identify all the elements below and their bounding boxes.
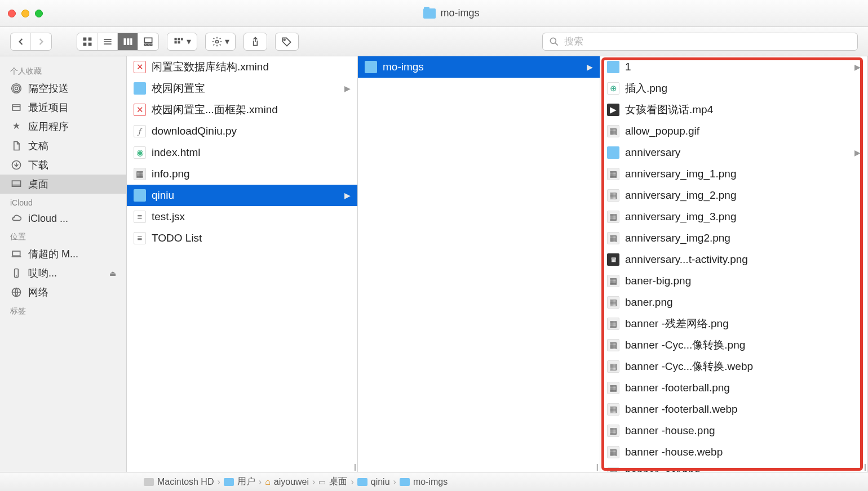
svg-rect-2 <box>83 42 86 46</box>
search-input[interactable] <box>564 36 852 47</box>
svg-rect-8 <box>127 38 129 45</box>
sidebar-item[interactable]: 最近项目 <box>0 98 126 117</box>
view-gallery-button[interactable] <box>138 33 158 50</box>
path-separator: › <box>351 477 353 487</box>
file-name: test.jsx <box>152 208 185 225</box>
file-row[interactable]: ▦banner -house.png <box>600 420 867 441</box>
file-row[interactable]: 1▶ <box>600 56 867 78</box>
sidebar-item[interactable]: 下载 <box>0 155 126 175</box>
apps-icon <box>10 120 23 133</box>
file-name: banner -残差网络.png <box>625 315 729 332</box>
sidebar-section-header: 标签 <box>0 302 126 319</box>
sidebar-item-label: 下载 <box>28 158 48 172</box>
file-name: banner -Cyc...像转换.png <box>625 337 745 354</box>
chevron-down-icon: ▾ <box>187 36 191 47</box>
file-row[interactable]: ▦anniversary_img2.png <box>600 227 867 249</box>
search-field[interactable] <box>542 33 858 51</box>
forward-button[interactable] <box>31 33 51 50</box>
minimize-window[interactable] <box>21 10 29 17</box>
svg-rect-26 <box>12 105 20 110</box>
sidebar-item[interactable]: 桌面 <box>0 175 126 194</box>
file-row[interactable]: ▦banner -Cyc...像转换.webp <box>600 356 867 377</box>
sidebar-item[interactable]: 文稿 <box>0 136 126 155</box>
tags-button[interactable] <box>275 33 299 51</box>
svg-rect-29 <box>12 181 21 186</box>
chevron-right-icon: ▶ <box>854 144 861 161</box>
file-row[interactable]: anniversary▶ <box>600 142 867 163</box>
maximize-window[interactable] <box>35 10 43 17</box>
view-icon-button[interactable] <box>77 33 98 50</box>
file-name: 插入.png <box>625 80 667 97</box>
file-row[interactable]: ▦banner -footerball.png <box>600 377 867 399</box>
file-row[interactable]: 𝑓downloadQiniu.py <box>127 120 357 142</box>
file-row[interactable]: ▦allow_popup.gif <box>600 120 867 142</box>
file-row[interactable]: ▦banner -house.webp <box>600 441 867 463</box>
path-node[interactable]: qiniu <box>357 477 390 487</box>
file-name: 校园闲置宝...面框架.xmind <box>152 101 278 118</box>
column-resize-handle[interactable]: || <box>596 463 597 471</box>
view-column-button[interactable] <box>118 33 138 50</box>
path-node[interactable]: ⌂aiyouwei <box>265 477 309 487</box>
file-row[interactable]: ▦banner -Cyc...像转换.png <box>600 334 867 356</box>
file-row[interactable]: ▦baner.png <box>600 292 867 313</box>
file-row[interactable]: ✕闲置宝数据库结构.xmind <box>127 56 357 78</box>
column-resize-handle[interactable]: || <box>864 463 865 471</box>
sidebar-item[interactable]: iCloud ... <box>0 209 126 227</box>
file-name: banner -house.png <box>625 422 715 439</box>
eject-icon[interactable]: ⏏ <box>109 269 116 278</box>
file-row[interactable]: ◉index.html <box>127 142 357 163</box>
sidebar-section-header: 个人收藏 <box>0 62 126 79</box>
back-button[interactable] <box>11 33 31 50</box>
svg-rect-10 <box>144 38 152 42</box>
file-row[interactable]: ▦banner -footerball.webp <box>600 399 867 420</box>
file-name: baner.png <box>625 294 673 311</box>
file-name: qiniu <box>152 187 174 204</box>
sidebar-item[interactable]: 网络 <box>0 283 126 302</box>
file-row[interactable]: ✕校园闲置宝...面框架.xmind <box>127 99 357 120</box>
file-row[interactable]: ≡test.jsx <box>127 206 357 227</box>
file-name: TODO List <box>152 230 202 247</box>
sidebar-item-label: 最近项目 <box>28 101 69 114</box>
file-row[interactable]: mo-imgs▶ <box>358 56 600 78</box>
sidebar-item[interactable]: 隔空投送 <box>0 79 126 98</box>
sidebar-item[interactable]: 哎哟...⏏ <box>0 264 126 283</box>
sidebar-item[interactable]: 应用程序 <box>0 117 126 136</box>
file-row[interactable]: ▦baner-big.png <box>600 270 867 292</box>
path-node[interactable]: 用户 <box>224 476 255 488</box>
file-row[interactable]: 校园闲置宝▶ <box>127 78 357 99</box>
file-name: baner-big.png <box>625 273 691 289</box>
svg-rect-11 <box>144 44 146 46</box>
chevron-right-icon: ▶ <box>587 59 593 75</box>
sidebar-item-label: 隔空投送 <box>28 82 69 95</box>
file-row[interactable]: ▦banner -残差网络.png <box>600 313 867 334</box>
file-row[interactable]: ▦anniversary_img_1.png <box>600 163 867 185</box>
path-label: mo-imgs <box>413 477 448 487</box>
file-row[interactable]: ⊕插入.png <box>600 78 867 99</box>
sidebar-section-header: 位置 <box>0 227 126 244</box>
file-row[interactable]: ▦anniversary_img_3.png <box>600 206 867 227</box>
close-window[interactable] <box>8 10 16 17</box>
file-row[interactable]: qiniu▶ <box>127 185 357 206</box>
file-row[interactable]: ▶女孩看图说话.mp4 <box>600 99 867 120</box>
file-row[interactable]: ▩anniversary...t-activity.png <box>600 249 867 270</box>
sidebar-item[interactable]: 倩超的 M... <box>0 244 126 264</box>
arrange-button[interactable]: ▾ <box>167 33 197 51</box>
file-row[interactable]: ▦anniversary_img_2.png <box>600 185 867 206</box>
path-bar: Macintosh HD›用户›⌂aiyouwei›▭桌面›qiniu›mo-i… <box>0 472 868 491</box>
file-row[interactable]: ≡TODO List <box>127 227 357 249</box>
path-node[interactable]: Macintosh HD <box>144 477 214 487</box>
path-node[interactable]: mo-imgs <box>400 477 448 487</box>
sidebar-item-label: 文稿 <box>28 139 48 153</box>
sidebar-item-label: 网络 <box>28 285 48 299</box>
file-row[interactable]: ▦banner -ocr.png <box>600 463 867 472</box>
action-button[interactable]: ▾ <box>205 33 236 51</box>
column-resize-handle[interactable]: || <box>354 463 355 471</box>
file-name: downloadQiniu.py <box>152 123 237 140</box>
file-name: anniversary...t-activity.png <box>625 251 748 268</box>
view-list-button[interactable] <box>98 33 118 50</box>
path-node[interactable]: ▭桌面 <box>318 476 347 488</box>
share-button[interactable] <box>243 33 267 51</box>
search-icon <box>548 36 560 47</box>
file-name: 闲置宝数据库结构.xmind <box>152 59 269 75</box>
file-row[interactable]: ▦info.png <box>127 163 357 185</box>
